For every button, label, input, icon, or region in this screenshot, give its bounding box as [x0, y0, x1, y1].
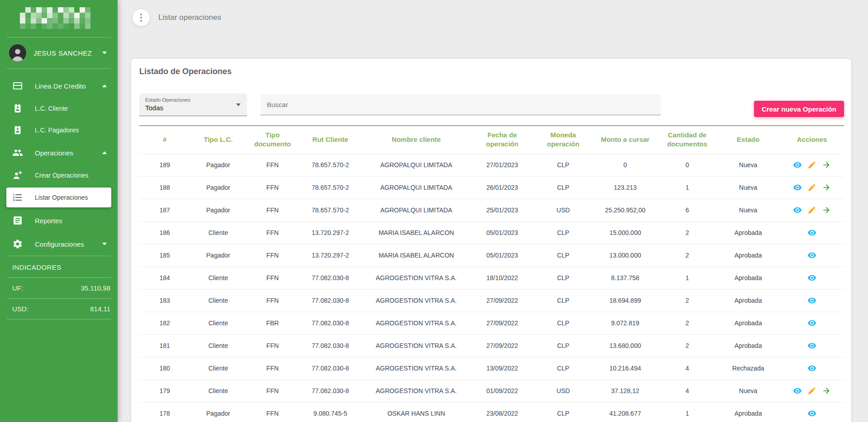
column-header: Cantidad de documentos	[658, 126, 716, 154]
sidebar-item-l-c-cliente[interactable]: L.C. Cliente	[0, 98, 118, 119]
cell-fecha: 18/10/2022	[470, 267, 534, 289]
cell-id: 187	[139, 199, 190, 221]
edit-icon[interactable]	[807, 386, 816, 395]
list-numbered-icon	[12, 192, 23, 203]
cell-nombre: AGROGESTION VITRA S.A.	[362, 334, 470, 357]
main-area: Listar operaciones Listado de Operacione…	[118, 0, 868, 422]
cell-moneda: CLP	[534, 312, 592, 334]
sidebar-item-label: Crear Operaciones	[35, 172, 88, 179]
column-header: #	[139, 126, 190, 154]
cell-actions	[780, 244, 844, 267]
edit-icon[interactable]	[807, 183, 816, 192]
column-header: Rut Cliente	[299, 126, 362, 154]
estado-operaciones-select[interactable]: Estado Operaciones Todas	[139, 94, 247, 116]
select-label: Estado Operaciones	[145, 97, 233, 103]
cell-estado: Aprobada	[716, 312, 780, 334]
view-icon[interactable]	[807, 273, 816, 282]
sidebar-item-l-c-pagadores[interactable]: L.C. Pagadores	[0, 119, 118, 141]
cell-rut: 77.082.030-8	[299, 334, 362, 357]
cell-cantidad: 1	[658, 402, 716, 422]
sidebar-item-configuraciones[interactable]: Configuraciones	[0, 232, 118, 256]
forward-icon[interactable]	[822, 160, 831, 169]
kebab-menu-button[interactable]	[133, 9, 150, 26]
view-icon[interactable]	[807, 409, 816, 418]
cell-tipo_doc: FFN	[247, 154, 299, 176]
cell-actions	[780, 289, 844, 312]
view-icon[interactable]	[793, 183, 802, 192]
cell-rut: 77.082.030-8	[299, 312, 362, 334]
cell-moneda: CLP	[534, 357, 592, 380]
cell-nombre: AGROPALQUI LIMITADA	[362, 154, 470, 176]
cell-estado: Aprobada	[716, 244, 780, 267]
cell-cantidad: 4	[658, 357, 716, 380]
view-icon[interactable]	[793, 206, 802, 215]
cell-id: 185	[139, 244, 190, 267]
table-row: 189PagadorFFN78.657.570-2AGROPALQUI LIMI…	[139, 154, 844, 176]
cell-id: 184	[139, 267, 190, 289]
engineering-icon	[12, 170, 23, 181]
cell-estado: Nueva	[716, 176, 780, 199]
forward-icon[interactable]	[822, 386, 831, 395]
table-row: 187PagadorFFN78.657.570-2AGROPALQUI LIMI…	[139, 199, 844, 221]
view-icon[interactable]	[807, 296, 816, 305]
cell-tipo_doc: FFN	[247, 380, 299, 402]
cell-cantidad: 2	[658, 334, 716, 357]
sidebar-item-reportes[interactable]: Reportes	[0, 209, 118, 232]
cell-nombre: AGROPALQUI LIMITADA	[362, 176, 470, 199]
indicator-row: UF:35.110,98	[0, 278, 118, 298]
column-header: Acciones	[780, 126, 844, 154]
create-operation-button[interactable]: Crear nueva Operación	[754, 101, 844, 117]
column-header: Fecha de operación	[470, 126, 534, 154]
cell-nombre: MARIA ISABEL ALARCON	[362, 244, 470, 267]
cell-tipo_doc: FFN	[247, 199, 299, 221]
cell-monto: 9.072.819	[593, 312, 658, 334]
view-icon[interactable]	[807, 251, 816, 260]
sidebar-item-operaciones[interactable]: Operaciones	[0, 141, 118, 164]
filters-row: Estado Operaciones Todas Crear nueva Ope…	[139, 94, 844, 117]
column-header: Estado	[716, 126, 780, 154]
column-header: Moneda operación	[534, 126, 592, 154]
people-icon	[12, 147, 23, 158]
table-row: 183ClienteFFN77.082.030-8AGROGESTION VIT…	[139, 289, 844, 312]
sidebar-item-label: Listar Operaciones	[35, 194, 88, 201]
cell-actions	[780, 357, 844, 380]
operations-panel: Listado de Operaciones Estado Operacione…	[131, 59, 851, 422]
user-menu[interactable]: JESUS SANCHEZ	[0, 38, 118, 68]
view-icon[interactable]	[807, 341, 816, 350]
view-icon[interactable]	[807, 319, 816, 328]
cell-moneda: CLP	[534, 267, 592, 289]
cell-estado: Aprobada	[716, 267, 780, 289]
cell-tipo_lc: Cliente	[190, 334, 247, 357]
cell-actions	[780, 380, 844, 402]
view-icon[interactable]	[793, 160, 802, 169]
edit-icon[interactable]	[807, 160, 816, 169]
cell-tipo_lc: Cliente	[190, 312, 247, 334]
panel-title: Listado de Operaciones	[139, 66, 844, 76]
sidebar-item-label: L.C. Cliente	[35, 105, 68, 112]
cell-tipo_doc: FFN	[247, 402, 299, 422]
cell-tipo_doc: FFN	[247, 357, 299, 380]
cell-estado: Aprobada	[716, 221, 780, 244]
sidebar-item-linea-de-credito[interactable]: Linea De Credito	[0, 74, 118, 98]
cell-cantidad: 0	[658, 154, 716, 176]
view-icon[interactable]	[793, 386, 802, 395]
cell-actions	[780, 199, 844, 221]
cell-tipo_doc: FFN	[247, 334, 299, 357]
sidebar-item-listar-operaciones[interactable]: Listar Operaciones	[6, 188, 111, 207]
view-icon[interactable]	[807, 364, 816, 373]
cell-rut: 77.082.030-8	[299, 357, 362, 380]
cell-moneda: CLP	[534, 244, 592, 267]
cell-tipo_lc: Cliente	[190, 289, 247, 312]
forward-icon[interactable]	[822, 183, 831, 192]
search-input[interactable]	[261, 94, 661, 115]
cell-tipo_doc: FFN	[247, 221, 299, 244]
cell-nombre: AGROGESTION VITRA S.A.	[362, 380, 470, 402]
sidebar-item-label: Configuraciones	[35, 240, 84, 248]
sidebar-item-crear-operaciones[interactable]: Crear Operaciones	[0, 164, 118, 186]
forward-icon[interactable]	[822, 206, 831, 215]
cell-nombre: MARIA ISABEL ALARCON	[362, 221, 470, 244]
view-icon[interactable]	[807, 228, 816, 237]
page-title: Listar operaciones	[158, 13, 221, 22]
cell-fecha: 25/01/2023	[470, 199, 534, 221]
edit-icon[interactable]	[807, 206, 816, 215]
